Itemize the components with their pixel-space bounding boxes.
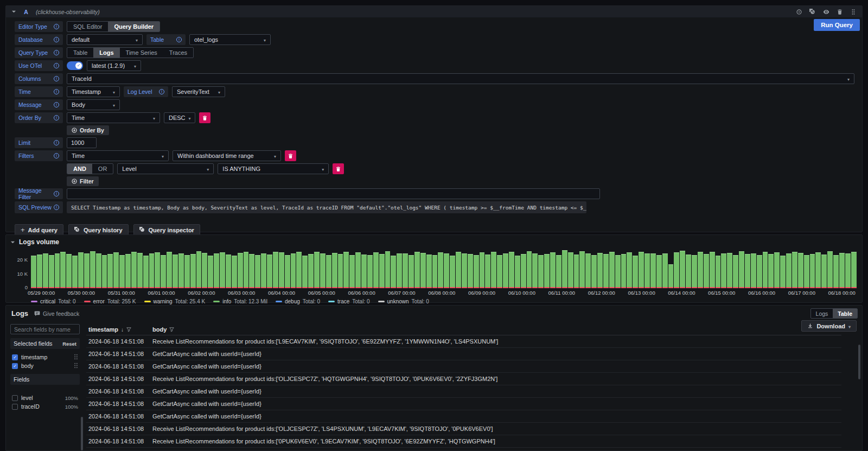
view-logs-option[interactable]: Logs — [811, 309, 833, 318]
filter-sub-field-select[interactable]: Level — [117, 163, 214, 174]
collapse-chevron-icon[interactable] — [11, 9, 16, 14]
x-axis-labels: 05/29 00:0005/30 00:0005/31 00:0006/01 0… — [28, 290, 856, 296]
error-segment — [196, 287, 202, 288]
body-column-header[interactable]: body — [152, 326, 174, 333]
x-axis-tick: 06/16 00:00 — [748, 290, 775, 296]
time-select[interactable]: Timestamp — [67, 86, 120, 97]
legend-item-warning[interactable]: warningTotal: 25.4 K — [144, 298, 206, 304]
give-feedback-link[interactable]: Give feedback — [34, 310, 79, 317]
add-order-by-button[interactable]: Order By — [67, 125, 109, 135]
order-by-direction-select[interactable]: DESC — [164, 112, 195, 123]
circle-icon[interactable] — [796, 9, 802, 15]
history-clock-icon[interactable] — [809, 9, 816, 15]
query-type-logs[interactable]: Logs — [93, 48, 119, 58]
query-type-traces[interactable]: Traces — [163, 48, 193, 58]
table-row[interactable]: 2024-06-18 14:51:08Receive ListRecommend… — [86, 423, 841, 435]
drag-grip-icon[interactable] — [74, 363, 78, 370]
and-option[interactable]: AND — [67, 164, 92, 174]
sql-editor-option[interactable]: SQL Editor — [67, 22, 108, 31]
error-segment — [527, 287, 532, 288]
trash-icon[interactable] — [837, 9, 843, 15]
info-icon — [54, 102, 59, 107]
columns-multiselect[interactable]: TraceId — [67, 73, 854, 84]
table-row[interactable]: 2024-06-18 14:51:08GetCartAsync called w… — [86, 348, 841, 360]
table-row[interactable]: 2024-06-18 14:51:08Receive ListRecommend… — [86, 373, 841, 385]
query-builder-option[interactable]: Query Builder — [108, 22, 159, 31]
legend-item-debug[interactable]: debugTotal: 0 — [276, 298, 320, 304]
filter-field-select[interactable]: Time — [67, 150, 169, 161]
error-segment — [698, 287, 703, 288]
table-row[interactable]: 2024-06-18 14:51:08GetCartAsync called w… — [86, 410, 841, 423]
volume-bar — [255, 255, 260, 288]
table-row[interactable]: 2024-06-18 14:51:08Receive ListRecommend… — [86, 435, 841, 448]
table-row[interactable]: 2024-06-18 14:51:08Receive ListRecommend… — [86, 335, 841, 348]
legend-item-critical[interactable]: criticalTotal: 0 — [31, 298, 76, 304]
query-history-button[interactable]: Query history — [68, 224, 129, 236]
drag-grip-icon[interactable] — [74, 354, 78, 361]
database-select[interactable]: default — [67, 34, 143, 45]
field-level[interactable]: level100% — [10, 393, 80, 402]
table-row[interactable]: 2024-06-18 14:51:08GetCartAsync called w… — [86, 385, 841, 398]
filters-row: Filters Time Within dashboard time range — [15, 150, 856, 161]
legend-item-trace[interactable]: traceTotal: 0 — [328, 298, 369, 304]
legend-item-unknown[interactable]: unknownTotal: 0 — [378, 298, 429, 304]
checkbox-checked[interactable] — [12, 363, 18, 369]
field-traceID[interactable]: traceID100% — [10, 402, 80, 411]
search-fields-input[interactable] — [10, 324, 80, 334]
order-by-field-select[interactable]: Time — [67, 112, 160, 123]
selected-field-body[interactable]: body — [10, 361, 80, 370]
error-segment — [249, 287, 254, 288]
query-inspector-button[interactable]: Query inspector — [133, 224, 200, 236]
sidebar-scrollbar[interactable] — [81, 417, 83, 450]
download-button[interactable]: Download — [801, 320, 857, 332]
message-filter-input[interactable] — [67, 188, 600, 199]
message-select[interactable]: Body — [67, 99, 120, 110]
volume-bar — [208, 256, 213, 288]
table-row[interactable]: 2024-06-18 14:51:08GetCartAsync called w… — [86, 398, 841, 410]
reset-button[interactable]: Reset — [62, 341, 76, 347]
query-type-table[interactable]: Table — [67, 48, 93, 58]
collapse-chevron-icon[interactable] — [10, 240, 15, 245]
legend-item-error[interactable]: errorTotal: 255 K — [84, 298, 136, 304]
filter-funnel-icon[interactable] — [169, 327, 174, 332]
or-option[interactable]: OR — [92, 164, 113, 174]
logs-volume-panel: Logs volume 20 K10 K0 05/29 00:0005/30 0… — [5, 234, 863, 303]
remove-order-by-button[interactable] — [199, 112, 210, 123]
eye-icon[interactable] — [823, 9, 829, 15]
selected-field-timestamp[interactable]: timestamp — [10, 353, 80, 361]
log-level-select[interactable]: SeverityText — [172, 86, 225, 97]
error-segment — [668, 287, 674, 288]
sort-desc-icon[interactable]: ↓ — [121, 327, 124, 333]
panel-scrollbar[interactable] — [858, 345, 860, 379]
timestamp-column-header[interactable]: timestamp ↓ — [86, 326, 152, 333]
limit-input[interactable] — [67, 137, 97, 148]
otel-version-select[interactable]: latest (1.2.9) — [87, 60, 141, 71]
volume-bar — [574, 255, 579, 288]
error-segment — [320, 287, 326, 288]
query-type-timeseries[interactable]: Time Series — [120, 48, 163, 58]
checkbox-unchecked[interactable] — [12, 395, 18, 401]
filter-operator-select[interactable]: Within dashboard time range — [173, 150, 281, 161]
add-query-button[interactable]: +Add query — [15, 224, 63, 236]
view-table-option[interactable]: Table — [833, 309, 857, 318]
chevron-down-icon — [847, 75, 850, 82]
sql-preview-code[interactable]: SELECT Timestamp as timestamp, Body as b… — [67, 201, 586, 213]
error-segment — [90, 287, 95, 288]
volume-bar — [226, 255, 231, 288]
remove-sub-filter-button[interactable] — [333, 163, 344, 174]
use-otel-toggle[interactable] — [67, 61, 83, 70]
remove-filter-button[interactable] — [285, 150, 296, 161]
table-row[interactable]: 2024-06-18 14:51:08Receive ListRecommend… — [86, 448, 841, 451]
filter-funnel-icon[interactable] — [126, 327, 131, 332]
table-row[interactable]: 2024-06-18 14:51:08GetCartAsync called w… — [86, 360, 841, 373]
y-axis-tick: 20 K — [9, 257, 28, 263]
checkbox-checked[interactable] — [12, 354, 18, 360]
drag-handle-icon[interactable] — [850, 9, 857, 15]
checkbox-unchecked[interactable] — [12, 404, 18, 410]
table-select[interactable]: otel_logs — [189, 34, 271, 45]
filter-sub-operator-select[interactable]: IS ANYTHING — [218, 163, 329, 174]
error-segment — [851, 287, 857, 288]
legend-item-info[interactable]: infoTotal: 12.3 Mil — [213, 298, 267, 304]
run-query-button[interactable]: Run Query — [814, 19, 860, 31]
add-filter-button[interactable]: Filter — [67, 176, 99, 186]
